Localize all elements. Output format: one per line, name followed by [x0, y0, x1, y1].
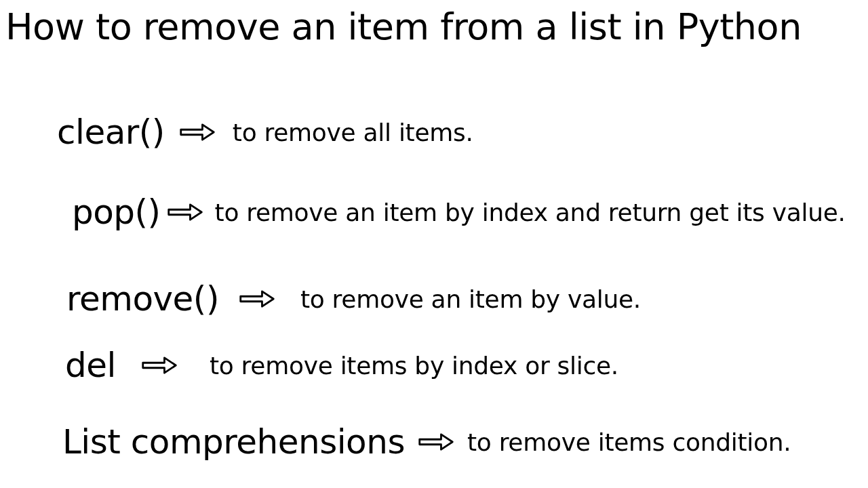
arrow-right-icon — [178, 120, 216, 144]
page-title: How to remove an item from a list in Pyt… — [0, 0, 868, 48]
method-row-remove: remove() to remove an item by value. — [0, 279, 868, 319]
method-name: pop() — [72, 192, 161, 232]
method-description: to remove an item by value. — [300, 285, 641, 313]
method-description: to remove an item by index and return ge… — [215, 199, 846, 226]
method-name: List comprehensions — [62, 422, 405, 462]
method-row-pop: pop() to remove an item by index and ret… — [0, 192, 868, 232]
method-row-list-comprehensions: List comprehensions to remove items cond… — [0, 422, 868, 462]
method-row-del: del to remove items by index or slice. — [0, 346, 868, 385]
method-list: clear() to remove all items. pop() to re… — [0, 48, 868, 462]
method-description: to remove items by index or slice. — [210, 352, 618, 380]
arrow-right-icon — [166, 200, 204, 224]
method-description: to remove items condition. — [467, 428, 791, 456]
arrow-right-icon — [238, 287, 276, 311]
method-description: to remove all items. — [233, 119, 473, 146]
method-row-clear: clear() to remove all items. — [0, 113, 868, 152]
arrow-right-icon — [140, 353, 178, 378]
method-name: remove() — [66, 279, 219, 319]
arrow-right-icon — [417, 430, 455, 454]
method-name: del — [65, 346, 116, 385]
method-name: clear() — [57, 113, 165, 152]
